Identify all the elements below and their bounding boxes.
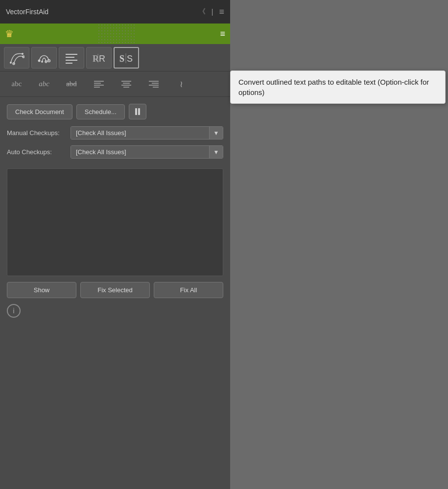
svg-point-6 [41, 61, 43, 63]
menu-icon[interactable]: ≡ [219, 7, 224, 17]
svg-point-4 [38, 59, 41, 62]
manual-checkups-value: [Check All Issues] [71, 127, 209, 139]
pause-bar-1 [135, 108, 137, 115]
fix-selected-button[interactable]: Fix Selected [80, 282, 150, 298]
tooltip-box: Convert outlined text paths to editable … [230, 70, 446, 104]
green-toolbar: ♛ ≡ [0, 23, 230, 44]
text-normal-button[interactable]: abc [4, 74, 29, 94]
separator: | [212, 8, 213, 16]
text-outline-button[interactable]: abc [31, 74, 57, 94]
auto-checkups-arrow[interactable]: ▼ [209, 146, 223, 158]
anchor-tool-button[interactable] [31, 47, 57, 69]
toolbar-row-2: abc abc abd [0, 71, 230, 97]
text-normal-label: abc [12, 80, 22, 88]
info-icon[interactable]: i [7, 304, 21, 318]
pause-bar-2 [138, 108, 140, 115]
svg-text:R: R [93, 54, 99, 64]
toolbar-row-1: R R S S Convert outlined text paths to e… [0, 44, 230, 71]
show-button[interactable]: Show [7, 282, 76, 298]
tooltip-text: Convert outlined text paths to editable … [238, 78, 429, 96]
align-tool-button[interactable] [59, 47, 84, 69]
special-char-icon: ≀ [180, 79, 183, 90]
text-strike-label: abd [66, 80, 77, 88]
auto-checkups-value: [Check All Issues] [71, 146, 209, 158]
manual-checkups-label: Manual Checkups: [7, 129, 71, 137]
panel-title: VectorFirstAid [6, 8, 48, 16]
info-area: i [0, 304, 230, 325]
schedule-button[interactable]: Schedule... [76, 104, 125, 119]
text-strike-button[interactable]: abd [59, 74, 84, 94]
fix-all-button[interactable]: Fix All [154, 282, 223, 298]
bottom-button-row: Show Fix Selected Fix All [0, 276, 230, 304]
auto-checkups-select[interactable]: [Check All Issues] ▼ [71, 145, 223, 159]
auto-checkups-label: Auto Checkups: [7, 148, 71, 156]
issues-list [7, 168, 223, 276]
manual-checkups-arrow[interactable]: ▼ [209, 127, 223, 139]
check-document-button[interactable]: Check Document [7, 104, 72, 119]
back-icon[interactable]: 《 [199, 7, 206, 16]
texture-divider [97, 23, 137, 44]
align-right-button[interactable] [141, 74, 166, 94]
manual-checkups-select[interactable]: [Check All Issues] ▼ [71, 126, 223, 140]
title-bar-controls: 《 | ≡ [199, 7, 224, 17]
svg-point-1 [22, 53, 24, 55]
auto-checkups-row: Auto Checkups: [Check All Issues] ▼ [7, 145, 223, 159]
align-center-button[interactable] [114, 74, 139, 94]
manual-checkups-row: Manual Checkups: [Check All Issues] ▼ [7, 126, 223, 140]
replace-tool-button[interactable]: R R [86, 47, 112, 69]
svg-text:S: S [119, 54, 124, 64]
check-button-row: Check Document Schedule... [7, 104, 223, 119]
title-bar: VectorFirstAid 《 | ≡ [0, 0, 230, 23]
text-outline-label: abc [39, 80, 49, 88]
align-left-button[interactable] [86, 74, 112, 94]
svg-text:R: R [99, 54, 105, 64]
controls-area: Check Document Schedule... Manual Checku… [0, 97, 230, 168]
hamburger-icon[interactable]: ≡ [220, 29, 225, 39]
crown-icon[interactable]: ♛ [5, 28, 14, 40]
svg-point-0 [10, 62, 12, 64]
style-tool-button[interactable]: S S [114, 47, 139, 69]
pause-button[interactable] [129, 104, 146, 119]
svg-text:S: S [127, 54, 133, 64]
special-char-button[interactable]: ≀ [168, 74, 194, 94]
path-tool-button[interactable] [4, 47, 29, 69]
